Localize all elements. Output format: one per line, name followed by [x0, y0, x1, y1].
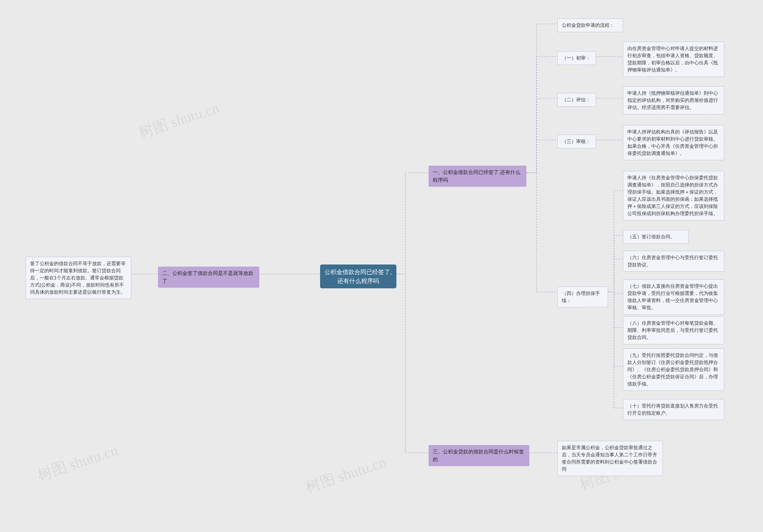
watermark: 树图 shutu.cn	[136, 98, 222, 142]
node-step4-d5[interactable]: （八）住房资金管理中心对每笔贷款金额、期限、利率审批同意后，与受托行签订委托贷款…	[623, 316, 724, 344]
text: 如果是市属公积金，公积金贷款审批通过之后，当天专员会通知当事人第二个工作日带齐签…	[562, 445, 657, 472]
node-step4-d4[interactable]: （七）借款人直接向住房资金管理中心提出贷款申请，受托行业可根据需要，代为收集借款…	[623, 279, 724, 314]
node-flow-intro[interactable]: 公积金贷款申请的流程：	[557, 19, 623, 32]
text: （四）办理担保手续：	[562, 291, 600, 303]
node-step3[interactable]: （三）审核：	[557, 134, 596, 148]
text: （七）借款人直接向住房资金管理中心提出贷款申请，受托行业可根据需要，代为收集借款…	[627, 284, 718, 310]
node-step2-detail[interactable]: 申请人持《抵押物审核评估通知单》到中心指定的评估机构，对所购买的房屋价值进行评估…	[623, 86, 724, 114]
text: 由住房资金管理中心对申请人提交的材料进行初步审查，包括申请人资格、贷款额度、贷款…	[627, 46, 718, 72]
text: （五）签订借款合同。	[627, 234, 675, 239]
node-step4-d2[interactable]: （五）签订借款合同。	[623, 230, 689, 244]
text: （一）初审：	[562, 55, 591, 60]
node-step1[interactable]: （一）初审：	[557, 51, 596, 65]
text: 公积金贷款申请的流程：	[562, 23, 614, 28]
node-step4-d3[interactable]: （六）住房资金管理中心与受托行签订委托贷款协议。	[623, 251, 724, 272]
text: （十）受托行将贷款直接划入售房方在受托行开立的指定账户。	[627, 403, 718, 415]
text: （三）审核：	[562, 139, 591, 144]
watermark: 树图 shutu.cn	[303, 452, 389, 497]
branch-1[interactable]: 一、公积金借款合同已经签了,还有什么程序吗	[429, 166, 526, 187]
node-step4-d6[interactable]: （九）受托行按照委托贷款合同约定，与借款人分别签订《住房公积金委托贷款抵押合同》…	[623, 348, 724, 391]
watermark: 树图 shutu.cn	[35, 440, 121, 485]
text: 签了公积金的借款合同不等于放款，还需要等待一定的时间才能拿到借款。签订贷款合同后…	[30, 261, 126, 295]
text: 申请人持评估机构出具的《评估报告》以及中心要求的初审材料到中心进行贷款审核。如果…	[627, 129, 718, 156]
text: （六）住房资金管理中心与受托行签订委托贷款协议。	[627, 255, 718, 267]
node-step4-d7[interactable]: （十）受托行将贷款直接划入售房方在受托行开立的指定账户。	[623, 399, 724, 420]
text: （二）评估：	[562, 97, 591, 102]
root-label: 公积金借款合同已经签了, 还有什么程序吗	[325, 269, 392, 284]
text: （九）受托行按照委托贷款合同约定，与借款人分别签订《住房公积金委托贷款抵押合同》…	[627, 353, 718, 386]
mindmap-root[interactable]: 公积金借款合同已经签了, 还有什么程序吗	[320, 265, 396, 288]
branch-2[interactable]: 二、公积金签了借款合同是不是就等放款了	[158, 267, 259, 288]
branch-1-label: 一、公积金借款合同已经签了,还有什么程序吗	[433, 169, 520, 183]
node-step1-detail[interactable]: 由住房资金管理中心对申请人提交的材料进行初步审查，包括申请人资格、贷款额度、贷款…	[623, 42, 724, 77]
node-step3-detail[interactable]: 申请人持评估机构出具的《评估报告》以及中心要求的初审材料到中心进行贷款审核。如果…	[623, 125, 724, 160]
node-step2[interactable]: （二）评估：	[557, 93, 596, 107]
branch-3-detail[interactable]: 如果是市属公积金，公积金贷款审批通过之后，当天专员会通知当事人第二个工作日带齐签…	[557, 441, 663, 476]
branch-2-label: 二、公积金签了借款合同是不是就等放款了	[162, 270, 253, 284]
text: 申请人持《住房资金管理中心担保委托贷款调查通知单》，按照自己选择的担保方式办理担…	[627, 175, 718, 216]
text: 申请人持《抵押物审核评估通知单》到中心指定的评估机构，对所购买的房屋价值进行评估…	[627, 91, 718, 110]
branch-3[interactable]: 三、公积金贷款的借款合同是什么时候签的	[429, 445, 529, 466]
node-step4[interactable]: （四）办理担保手续：	[557, 287, 608, 308]
branch-3-label: 三、公积金贷款的借款合同是什么时候签的	[433, 449, 524, 462]
text: （八）住房资金管理中心对每笔贷款金额、期限、利率审批同意后，与受托行签订委托贷款…	[627, 320, 718, 340]
branch-2-detail[interactable]: 签了公积金的借款合同不等于放款，还需要等待一定的时间才能拿到借款。签订贷款合同后…	[26, 257, 131, 299]
node-step4-d1[interactable]: 申请人持《住房资金管理中心担保委托贷款调查通知单》，按照自己选择的担保方式办理担…	[623, 171, 724, 221]
